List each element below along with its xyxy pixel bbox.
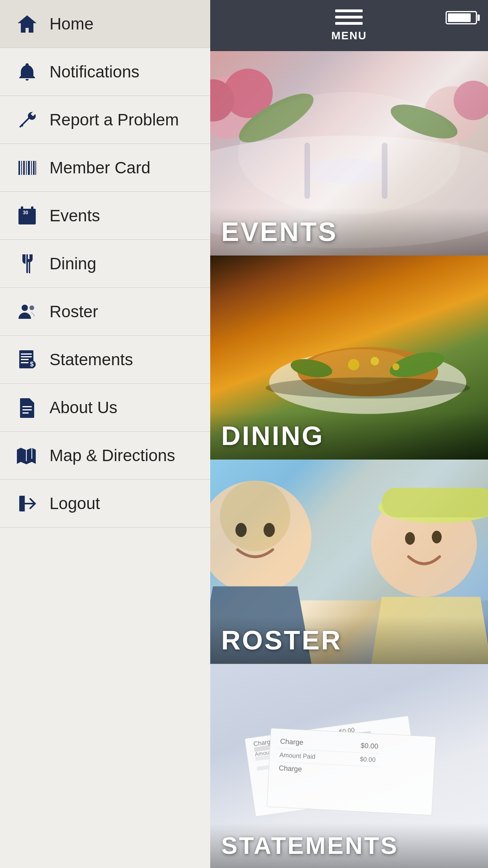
statements-icon: $ [16, 348, 39, 371]
sidebar-item-about-us-label: About Us [50, 398, 117, 417]
tile-roster[interactable]: ROSTER [210, 460, 488, 664]
svg-point-47 [348, 359, 360, 370]
tile-dining-label-text: DINING [221, 421, 324, 451]
sidebar-item-member-card-label: Member Card [50, 158, 150, 177]
svg-rect-13 [20, 217, 23, 220]
svg-text:Charge: Charge [279, 764, 302, 773]
sidebar-item-map-directions[interactable]: Map & Directions [0, 432, 210, 480]
svg-rect-7 [33, 161, 35, 175]
svg-rect-21 [21, 353, 32, 355]
bell-icon [16, 61, 39, 83]
sidebar-item-dining-label: Dining [50, 254, 96, 273]
wrench-icon [16, 108, 39, 131]
calendar-icon: 30 [16, 204, 39, 227]
svg-rect-6 [31, 161, 32, 175]
battery-indicator [446, 11, 477, 24]
svg-point-19 [29, 305, 34, 310]
svg-rect-27 [22, 406, 32, 407]
svg-text:$0.00: $0.00 [360, 742, 378, 750]
sidebar-item-events[interactable]: 30 Events [0, 192, 210, 240]
top-bar: MENU [210, 0, 488, 51]
map-icon [16, 444, 39, 467]
sidebar-item-home[interactable]: Home [0, 0, 210, 48]
sidebar-item-statements[interactable]: $ Statements [0, 336, 210, 384]
home-icon [16, 13, 39, 35]
svg-rect-28 [22, 409, 32, 410]
svg-point-48 [371, 357, 379, 365]
document-icon [16, 396, 39, 419]
battery-fill [448, 13, 471, 22]
svg-point-60 [432, 531, 442, 543]
svg-point-50 [266, 377, 470, 398]
sidebar-item-logout[interactable]: Logout [0, 480, 210, 528]
tile-events[interactable]: EVENTS [210, 51, 488, 256]
sidebar-item-member-card[interactable]: Member Card [0, 144, 210, 192]
tile-statements-label-container: STATEMENTS [210, 823, 488, 868]
sidebar-item-events-label: Events [50, 206, 100, 225]
svg-text:$0.00: $0.00 [360, 756, 376, 763]
svg-rect-23 [21, 359, 29, 360]
menu-lines [335, 9, 363, 25]
svg-point-49 [393, 363, 400, 370]
svg-rect-29 [22, 412, 29, 414]
sidebar-item-statements-label: Statements [50, 350, 133, 369]
svg-point-53 [220, 481, 290, 551]
sidebar-item-report-problem-label: Report a Problem [50, 110, 179, 129]
svg-rect-14 [26, 217, 29, 220]
dining-icon [16, 252, 39, 275]
svg-text:30: 30 [23, 210, 28, 215]
svg-rect-56 [382, 488, 488, 517]
sidebar-item-roster-label: Roster [50, 302, 98, 321]
svg-rect-38 [305, 143, 310, 199]
sidebar-item-about-us[interactable]: About Us [0, 384, 210, 432]
svg-rect-8 [35, 161, 36, 175]
svg-rect-12 [31, 206, 33, 212]
sidebar-item-report-problem[interactable]: Report a Problem [0, 96, 210, 144]
tile-roster-label-text: ROSTER [221, 625, 342, 655]
tile-statements-label-text: STATEMENTS [221, 832, 398, 859]
sidebar-item-logout-label: Logout [50, 494, 100, 513]
sidebar: Home Notifications Report a Problem [0, 0, 210, 868]
svg-text:Charge: Charge [280, 737, 303, 747]
menu-label: MENU [331, 29, 367, 42]
svg-rect-5 [28, 161, 30, 175]
menu-line-3 [335, 22, 363, 25]
sidebar-item-roster[interactable]: Roster [0, 288, 210, 336]
barcode-icon [16, 156, 39, 179]
content-panel: MENU EVENTS [210, 0, 488, 868]
sidebar-item-map-directions-label: Map & Directions [50, 446, 175, 465]
svg-rect-2 [21, 161, 22, 175]
logout-icon [16, 492, 39, 515]
sidebar-item-notifications[interactable]: Notifications [0, 48, 210, 96]
svg-rect-4 [26, 161, 27, 175]
svg-rect-3 [23, 161, 25, 175]
menu-line-2 [335, 16, 363, 18]
svg-point-57 [235, 523, 247, 537]
svg-point-18 [22, 305, 28, 311]
svg-rect-39 [382, 143, 387, 199]
sidebar-item-dining[interactable]: Dining [0, 240, 210, 288]
tile-dining-label-container: DINING [210, 412, 488, 460]
svg-rect-22 [21, 356, 32, 357]
tile-events-label-text: EVENTS [221, 217, 338, 246]
tile-dining[interactable]: DINING [210, 256, 488, 460]
roster-icon [16, 300, 39, 323]
svg-rect-15 [31, 217, 34, 220]
menu-button[interactable]: MENU [331, 9, 367, 42]
svg-point-59 [405, 532, 415, 545]
svg-text:$: $ [30, 361, 34, 368]
tile-events-label-container: EVENTS [210, 208, 488, 256]
sidebar-item-home-label: Home [50, 15, 94, 33]
svg-point-0 [21, 124, 23, 127]
sidebar-item-notifications-label: Notifications [50, 63, 139, 81]
svg-rect-1 [18, 161, 20, 175]
tile-roster-label-container: ROSTER [210, 616, 488, 664]
menu-line-1 [335, 9, 363, 12]
svg-point-37 [305, 158, 389, 183]
svg-point-58 [264, 523, 275, 537]
tile-statements[interactable]: Charge $0.00 Amount Paid $0.00 Charge $0… [210, 664, 488, 868]
